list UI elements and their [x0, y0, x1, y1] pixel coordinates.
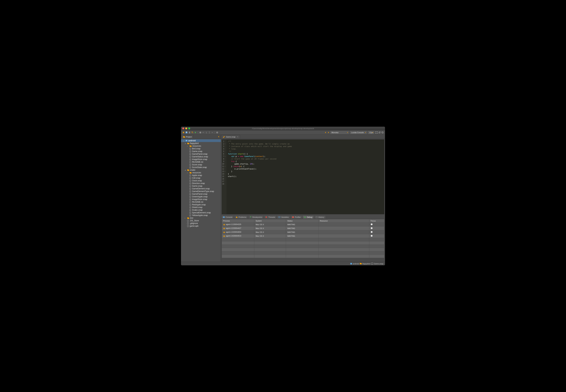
svg-rect-59 [187, 223, 189, 224]
tab-problems[interactable]: Problems [234, 215, 248, 219]
tree-file[interactable]: sDirection.snap [181, 182, 221, 185]
close-window-button[interactable] [182, 127, 184, 129]
tree-file[interactable]: sGameElement.snap [181, 187, 221, 190]
tab-console[interactable]: Console [221, 215, 234, 219]
table-row[interactable]: agent-1420054914Mac OS XWAITING [222, 234, 384, 238]
tree-file[interactable]: sShield.snap [181, 206, 221, 209]
svg-text:s: s [190, 175, 191, 176]
editor-tab-game[interactable]: Game.snap × [221, 135, 240, 139]
tree-file[interactable]: sSnake.snap [181, 209, 221, 211]
tree-file[interactable]: sClock.snap [181, 179, 221, 182]
status-path-file[interactable]: Game.snap [371, 263, 383, 265]
fullscreen-icon[interactable] [375, 131, 378, 134]
focus-radio[interactable] [371, 223, 373, 225]
focus-radio[interactable] [371, 227, 373, 229]
tree-folder-resources[interactable]: ▸ resources [181, 171, 221, 174]
search-icon[interactable] [191, 131, 194, 134]
tree-file[interactable]: game.apk [181, 225, 221, 227]
col-system[interactable]: System [254, 219, 286, 223]
maximize-window-button[interactable] [188, 127, 190, 129]
statusbar: android flappybird Game.snap [181, 262, 385, 265]
tree-folder-flappybird[interactable]: ◢ flappybird [181, 142, 221, 145]
tab-profiler[interactable]: Profiler [290, 215, 302, 219]
tree-file[interactable]: README.txt [181, 201, 221, 203]
tree-file[interactable]: sSpecialElement.snap [181, 211, 221, 214]
tree-file[interactable]: README.txt [181, 161, 221, 163]
svg-text:s: s [190, 212, 191, 213]
table-row-empty [222, 241, 384, 245]
minimize-window-button[interactable] [185, 127, 187, 129]
table-row[interactable]: agent-1120054325Mac OS XWAITING [222, 223, 384, 226]
tree-folder-resources[interactable]: ▸ resources [181, 145, 221, 147]
col-focus[interactable]: Focus [369, 219, 384, 223]
code-content[interactable]: /** * The entry point into the game. We'… [226, 140, 384, 214]
pause-icon [223, 235, 225, 237]
tree-folder-snake[interactable]: ◢ snake [181, 169, 221, 171]
tree-file[interactable]: sGamePanel.snap [181, 193, 221, 195]
col-status[interactable]: Status [286, 219, 318, 223]
nav-back-icon[interactable] [324, 131, 327, 134]
snap-file-icon: s [189, 187, 191, 190]
stop-icon[interactable] [199, 131, 202, 134]
code-editor[interactable]: 1 2▾ 3 4 5 6 7▾ 8 9 10 11▾ 12 13▾ 14 15 … [222, 139, 384, 214]
focus-radio[interactable] [371, 235, 373, 237]
step-out-icon[interactable] [208, 131, 210, 134]
tab-debug[interactable]: Debug [303, 215, 314, 219]
tree-file[interactable]: sGameStatus.snap [181, 155, 221, 158]
run-icon[interactable] [194, 131, 197, 134]
table-row[interactable]: agent-1320054659Mac OS XWAITING [222, 230, 384, 234]
tree-file[interactable]: sScore.snap [181, 163, 221, 166]
tree-file[interactable]: .gitignore [181, 222, 221, 225]
status-path-flappybird[interactable]: flappybird [359, 263, 370, 265]
tree-file[interactable]: sBird.snap [181, 147, 221, 150]
tree-file[interactable]: sScoreState.snap [181, 166, 221, 169]
tree-file[interactable]: sGame.snap [181, 185, 221, 187]
help-icon[interactable]: ? [216, 131, 218, 134]
col-resource[interactable]: Resource [318, 219, 369, 223]
tab-variables[interactable]: Variables [277, 215, 290, 219]
status-path-android[interactable]: android [350, 263, 359, 265]
table-row[interactable]: agent-1220054427Mac OS XWAITING [222, 226, 384, 230]
tab-breakpoints[interactable]: Breakpoints [248, 215, 264, 219]
tree-file[interactable]: .DS_Store [181, 219, 221, 222]
tree-file[interactable]: sYellowApple.snap [181, 214, 221, 217]
delete-icon[interactable] [188, 131, 191, 134]
theme-select[interactable]: Monokai [330, 131, 349, 134]
collapse-arrow-icon[interactable] [218, 136, 220, 138]
tree-file[interactable]: sRedApple.snap [181, 203, 221, 206]
close-tab-icon[interactable]: × [237, 136, 238, 138]
tab-threads[interactable]: Threads [264, 215, 276, 219]
table-row-empty [222, 245, 384, 248]
save-icon[interactable] [185, 131, 188, 134]
tree-file[interactable]: sGreenApple.snap [181, 195, 221, 198]
step-over-icon[interactable] [202, 131, 205, 134]
fontsize-select[interactable]: 12px [368, 131, 374, 134]
snap-file-icon: s [189, 150, 191, 153]
svg-point-6 [209, 133, 210, 134]
resume-icon[interactable] [211, 131, 213, 134]
tree-folder-test[interactable]: ▸ test [181, 217, 221, 219]
star-icon[interactable] [182, 131, 185, 134]
step-into-icon[interactable] [205, 131, 207, 134]
refresh-icon[interactable] [381, 131, 384, 134]
svg-point-5 [206, 133, 207, 134]
tab-history[interactable]: History [314, 215, 326, 219]
tree-file[interactable]: sImageStore.snap [181, 198, 221, 201]
tree-file[interactable]: sCell.snap [181, 177, 221, 179]
svg-point-4 [199, 131, 201, 133]
tree-file[interactable]: sImageStore.snap [181, 158, 221, 161]
tree-file[interactable]: sGame.snap [181, 150, 221, 153]
tree-root-android[interactable]: ◢ android [181, 139, 221, 142]
project-tab[interactable]: Project [181, 135, 193, 139]
col-process[interactable]: Process [222, 219, 254, 223]
tree-file[interactable]: sApple.snap [181, 174, 221, 177]
nav-fwd-icon[interactable] [327, 131, 330, 134]
font-select[interactable]: Lucida Console [350, 131, 367, 134]
svg-text:s: s [190, 156, 191, 157]
focus-radio[interactable] [371, 231, 373, 233]
tree-file[interactable]: sGamePanel.snap [181, 153, 221, 155]
popout-icon[interactable] [378, 131, 381, 134]
tree-file[interactable]: sGameElementType.snap [181, 190, 221, 193]
text-file-icon [189, 201, 191, 203]
svg-rect-63 [266, 216, 267, 218]
